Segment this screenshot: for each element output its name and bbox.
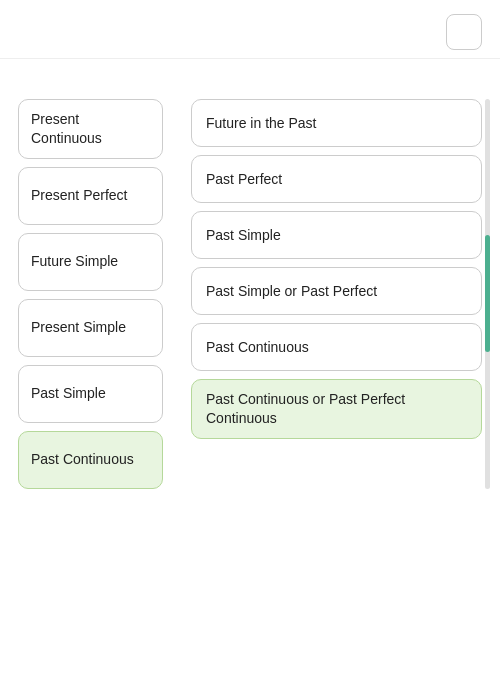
matching-area: Present ContinuousPresent PerfectFuture … xyxy=(18,99,482,489)
left-item-4[interactable]: Present Simple xyxy=(18,299,163,357)
left-item-6[interactable]: Past Continuous xyxy=(18,431,163,489)
top-bar xyxy=(0,0,500,59)
content-area: Present ContinuousPresent PerfectFuture … xyxy=(0,59,500,513)
right-column: Future in the PastPast PerfectPast Simpl… xyxy=(191,99,482,439)
right-item-1[interactable]: Future in the Past xyxy=(191,99,482,147)
left-item-2[interactable]: Present Perfect xyxy=(18,167,163,225)
exclamation-button[interactable] xyxy=(446,14,482,50)
right-item-2[interactable]: Past Perfect xyxy=(191,155,482,203)
right-item-6[interactable]: Past Continuous or Past Perfect Continuo… xyxy=(191,379,482,439)
scrollbar-track xyxy=(485,99,490,489)
left-item-3[interactable]: Future Simple xyxy=(18,233,163,291)
right-item-3[interactable]: Past Simple xyxy=(191,211,482,259)
right-wrapper: Future in the PastPast PerfectPast Simpl… xyxy=(191,99,482,489)
connector-col xyxy=(163,99,191,489)
right-item-4[interactable]: Past Simple or Past Perfect xyxy=(191,267,482,315)
scrollbar-thumb xyxy=(485,235,490,352)
left-column: Present ContinuousPresent PerfectFuture … xyxy=(18,99,163,489)
left-item-1[interactable]: Present Continuous xyxy=(18,99,163,159)
right-item-5[interactable]: Past Continuous xyxy=(191,323,482,371)
left-item-5[interactable]: Past Simple xyxy=(18,365,163,423)
connector-lines xyxy=(163,99,191,489)
